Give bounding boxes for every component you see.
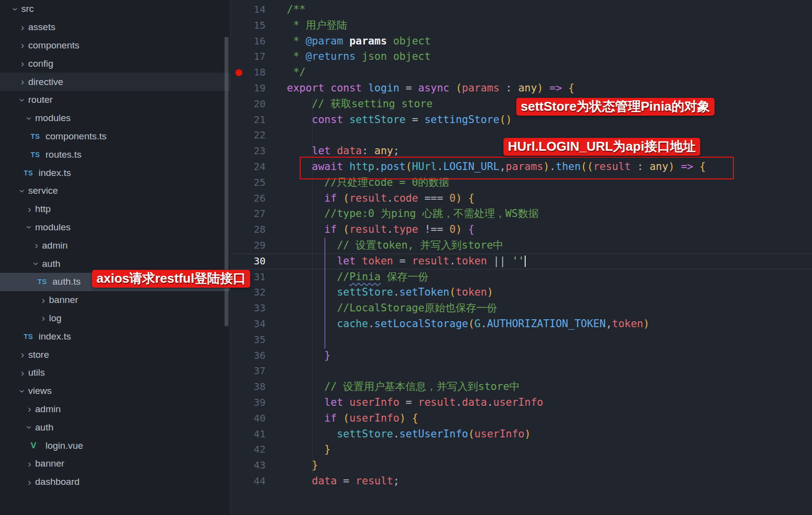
- code-line-42[interactable]: 42 }: [231, 442, 812, 458]
- code-line-31[interactable]: 31 //Pinia 保存一份: [231, 269, 812, 285]
- gutter[interactable]: 23: [231, 143, 287, 159]
- file-item-login.vue[interactable]: Vlogin.vue: [0, 436, 230, 455]
- code-line-39[interactable]: 39 let userInfo = result.data.userInfo: [231, 395, 812, 411]
- code-line-26[interactable]: 26 if (result.code === 0) {: [231, 191, 812, 207]
- code-token: settStore: [337, 286, 393, 298]
- gutter[interactable]: 20: [231, 96, 287, 112]
- folder-item-components[interactable]: ›components: [0, 37, 230, 55]
- folder-item-directive[interactable]: ›directive: [0, 73, 230, 91]
- file-item-components.ts[interactable]: TScomponents.ts: [0, 128, 230, 146]
- gutter[interactable]: 28: [231, 222, 287, 238]
- tree-item-label: routes.ts: [45, 149, 82, 160]
- code-line-37[interactable]: 37: [231, 363, 812, 379]
- code-token: settStore: [337, 428, 393, 440]
- breakpoint-icon[interactable]: [235, 69, 242, 76]
- code-line-38[interactable]: 38 // 设置用户基本信息，并写入到store中: [231, 379, 812, 395]
- gutter[interactable]: 39: [231, 395, 287, 411]
- gutter[interactable]: 19: [231, 81, 287, 96]
- folder-item-log[interactable]: ›log: [0, 309, 230, 328]
- gutter[interactable]: 42: [231, 442, 287, 458]
- folder-item-banner[interactable]: ›banner: [0, 291, 230, 309]
- gutter[interactable]: 18: [231, 65, 287, 81]
- folder-item-dashboard[interactable]: ›dashboard: [0, 473, 230, 491]
- gutter[interactable]: 24: [231, 159, 287, 175]
- folder-item-views[interactable]: ›views: [0, 382, 230, 400]
- code-token: data: [312, 475, 337, 487]
- code-line-28[interactable]: 28 if (result.type !== 0) {: [231, 222, 812, 238]
- code-line-17[interactable]: 17 * @returns json object: [231, 49, 812, 65]
- code-text: }: [287, 348, 812, 364]
- gutter[interactable]: 30: [231, 254, 287, 269]
- folder-item-modules[interactable]: ›modules: [0, 109, 230, 128]
- folder-item-admin[interactable]: ›admin: [0, 236, 230, 255]
- gutter[interactable]: 35: [231, 332, 287, 348]
- code-line-16[interactable]: 16 * @param params object: [231, 34, 812, 49]
- folder-item-modules[interactable]: ›modules: [0, 218, 230, 237]
- gutter[interactable]: 26: [231, 191, 287, 207]
- code-line-14[interactable]: 14/**: [231, 2, 812, 18]
- gutter[interactable]: 27: [231, 206, 287, 222]
- code-text: */: [287, 65, 812, 81]
- code-token: [337, 192, 343, 204]
- folder-item-admin[interactable]: ›admin: [0, 400, 230, 419]
- tree-item-label: index.ts: [39, 331, 71, 342]
- file-item-index.ts[interactable]: TSindex.ts: [0, 327, 230, 345]
- gutter[interactable]: 17: [231, 49, 287, 65]
- folder-item-http[interactable]: ›http: [0, 200, 230, 218]
- code-line-18[interactable]: 18 */: [231, 65, 812, 81]
- code-token: [462, 192, 468, 204]
- code-line-30[interactable]: 30 let token = result.token || '': [231, 254, 812, 269]
- gutter[interactable]: 40: [231, 411, 287, 427]
- code-line-36[interactable]: 36 }: [231, 348, 812, 364]
- code-line-43[interactable]: 43 }: [231, 458, 812, 473]
- gutter[interactable]: 15: [231, 18, 287, 34]
- gutter[interactable]: 14: [231, 2, 287, 18]
- gutter[interactable]: 22: [231, 128, 287, 143]
- gutter[interactable]: 21: [231, 112, 287, 128]
- gutter[interactable]: 38: [231, 379, 287, 395]
- tree-item-label: components: [28, 40, 80, 51]
- gutter[interactable]: 33: [231, 300, 287, 316]
- code-line-32[interactable]: 32 settStore.setToken(token): [231, 285, 812, 300]
- code-line-35[interactable]: 35: [231, 332, 812, 348]
- gutter[interactable]: 16: [231, 34, 287, 49]
- code-text: let token = result.token || '': [287, 254, 812, 269]
- gutter[interactable]: 43: [231, 458, 287, 473]
- code-line-15[interactable]: 15 * 用户登陆: [231, 18, 812, 34]
- code-line-29[interactable]: 29 // 设置token, 并写入到store中: [231, 238, 812, 254]
- gutter[interactable]: 36: [231, 348, 287, 364]
- code-line-41[interactable]: 41 settStore.setUserInfo(userInfo): [231, 427, 812, 442]
- folder-item-auth[interactable]: ›auth: [0, 418, 230, 436]
- code-token: =: [406, 114, 424, 126]
- code-line-34[interactable]: 34 cache.setLocalStorage(G.AUTHORIZATION…: [231, 316, 812, 332]
- folder-item-utils[interactable]: ›utils: [0, 364, 230, 382]
- code-token: (: [450, 286, 456, 298]
- file-item-routes.ts[interactable]: TSroutes.ts: [0, 145, 230, 164]
- folder-item-src[interactable]: ›src: [0, 0, 230, 18]
- code-token: (: [468, 318, 475, 330]
- folder-item-assets[interactable]: ›assets: [0, 18, 230, 37]
- gutter[interactable]: 37: [231, 363, 287, 379]
- code-line-33[interactable]: 33 //LocalStorage原始也保存一份: [231, 300, 812, 316]
- line-number: 36: [231, 348, 266, 364]
- code-line-19[interactable]: 19export const login = async (params : a…: [231, 81, 812, 96]
- gutter[interactable]: 44: [231, 473, 287, 489]
- code-token: .: [368, 318, 374, 330]
- code-line-44[interactable]: 44 data = result;: [231, 473, 812, 489]
- code-text: }: [287, 458, 812, 473]
- folder-item-store[interactable]: ›store: [0, 345, 230, 364]
- chevron-right-icon: ›: [31, 240, 42, 251]
- gutter[interactable]: 25: [231, 175, 287, 191]
- folder-item-config[interactable]: ›config: [0, 54, 230, 73]
- gutter[interactable]: 34: [231, 316, 287, 332]
- code-text: //Pinia 保存一份: [287, 269, 812, 285]
- folder-item-router[interactable]: ›router: [0, 91, 230, 109]
- file-item-index.ts[interactable]: TSindex.ts: [0, 164, 230, 182]
- code-line-27[interactable]: 27 //type:0 为ping 心跳，不需处理，WS数据: [231, 206, 812, 222]
- gutter[interactable]: 29: [231, 238, 287, 254]
- folder-item-banner[interactable]: ›banner: [0, 455, 230, 473]
- folder-item-service[interactable]: ›service: [0, 182, 230, 200]
- gutter[interactable]: 41: [231, 427, 287, 442]
- code-line-40[interactable]: 40 if (userInfo) {: [231, 411, 812, 427]
- code-token: .: [481, 318, 487, 330]
